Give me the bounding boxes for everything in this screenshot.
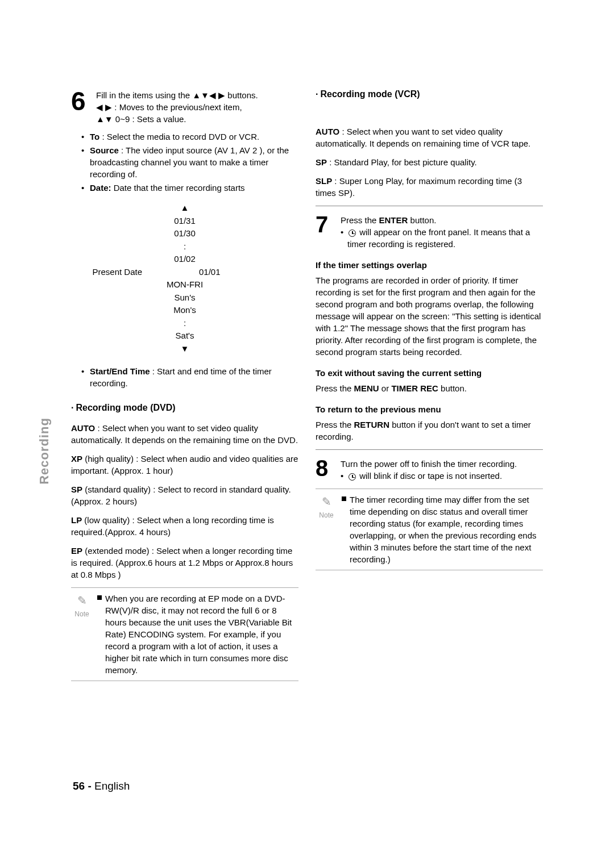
label: AUTO [316, 127, 339, 136]
return-text: Press the RETURN button if you don't wan… [316, 419, 543, 443]
note-box-right: ✎ Note The timer recording time may diff… [316, 489, 543, 570]
arrows-icon: ▲▼ [96, 114, 113, 124]
note-text: When you are recording at EP mode on a D… [105, 592, 298, 676]
text: : Select the media to record DVD or VCR. [99, 132, 259, 141]
date-value: Sat's [71, 329, 298, 343]
step-7: 7 Press the ENTER button. • will appear … [316, 213, 543, 250]
ellipsis: : [71, 240, 298, 253]
label: LP [71, 515, 82, 525]
label: Start/End Time [90, 366, 150, 376]
label: EP [71, 546, 82, 556]
label: SP [71, 485, 82, 494]
dvd-mode-title: ·Recording mode (DVD) [71, 402, 298, 414]
bullet-source: •Source : The video input source (AV 1, … [81, 144, 298, 180]
text: buttons. [225, 90, 258, 100]
date-value: 01/02 [71, 253, 298, 266]
label: SLP [316, 176, 332, 186]
text: Press the [341, 215, 379, 225]
clock-icon [349, 229, 356, 237]
vcr-sp: SP : Standard Play, for best picture qua… [316, 156, 543, 168]
paren: (standard quality) : [82, 485, 155, 494]
date-value: Sun's [71, 291, 298, 304]
ellipsis: : [71, 317, 298, 330]
bullet-date: •Date: Date that the timer recording sta… [81, 182, 298, 194]
exit-text: Press the MENU or TIMER REC button. [316, 382, 543, 394]
divider [316, 449, 543, 450]
right-column: ·Recording mode (VCR) AUTO : Select when… [316, 88, 543, 681]
paren: (extended mode) : [82, 546, 154, 556]
label: SP [316, 157, 327, 167]
label: Source [90, 145, 119, 155]
text: will blink if disc or tape is not insert… [357, 471, 502, 481]
text: : Standard Play, for best picture qualit… [327, 157, 477, 167]
arrows-icon: ▲▼◀ ▶ [192, 90, 225, 100]
step-7-body: Press the ENTER button. • will appear on… [341, 213, 543, 250]
text: : Super Long Play, for maximum recording… [316, 176, 522, 198]
down-arrow-icon: ▼ [71, 343, 298, 356]
dvd-xp: XP (high quality) : Select when audio an… [71, 453, 298, 477]
paren: (high quality) : [82, 454, 138, 464]
date-value: MON-FRI [71, 278, 298, 291]
label: Date: [90, 183, 111, 193]
step-8: 8 Turn the power off to finish the timer… [316, 457, 543, 482]
date-value: 01/01 [199, 267, 221, 277]
label: XP [71, 454, 82, 464]
square-bullet-icon [342, 496, 346, 501]
dvd-sp: SP (standard quality) : Select to record… [71, 483, 298, 507]
step-number-6: 6 [71, 88, 92, 125]
text: : Select when you want to set video qual… [71, 423, 298, 445]
overlap-title: If the timer settings overlap [316, 259, 543, 271]
vcr-mode-title: ·Recording mode (VCR) [316, 88, 543, 101]
text: : The video input source (AV 1, AV 2 ), … [90, 145, 289, 179]
step-number-8: 8 [316, 457, 336, 482]
arrows-icon: ◀ ▶ [96, 102, 112, 112]
overlap-text: The programs are recorded in order of pr… [316, 274, 543, 358]
dvd-auto: AUTO : Select when you want to set video… [71, 422, 298, 446]
dvd-ep: EP (extended mode) : Select when a longe… [71, 545, 298, 581]
text: Turn the power off to finish the timer r… [341, 458, 543, 470]
note-text: The timer recording time may differ from… [350, 494, 543, 565]
text: : Moves to the previous/next item, [112, 102, 242, 112]
dvd-lp: LP (low quality) : Select when a long re… [71, 514, 298, 538]
text: Date that the timer recording starts [111, 183, 245, 193]
bullet-start-end: •Start/End Time : Start and end time of … [81, 365, 298, 389]
label: AUTO [71, 423, 95, 433]
text: : Select when you want to set video qual… [316, 127, 530, 148]
square-bullet-icon [97, 595, 102, 600]
vcr-auto: AUTO : Select when you want to set video… [316, 126, 543, 149]
text: button. [408, 215, 436, 225]
return-title: To return to the previous menu [316, 403, 543, 415]
text: 0~9 : Sets a value. [113, 114, 186, 124]
note-icon: ✎ Note [316, 494, 337, 565]
up-arrow-icon: ▲ [71, 202, 298, 215]
note-icon: ✎ Note [71, 592, 93, 676]
divider [316, 206, 543, 206]
side-tab-recording: Recording [36, 418, 53, 485]
text: Fill in the items using the [96, 90, 192, 100]
vcr-slp: SLP : Super Long Play, for maximum recor… [316, 175, 543, 199]
clock-icon [349, 473, 356, 481]
date-value: 01/30 [71, 227, 298, 240]
bullet-to: •To : Select the media to record DVD or … [81, 131, 298, 143]
step-6-body: Fill in the items using the ▲▼◀ ▶ button… [96, 88, 298, 125]
date-value: Mon's [71, 304, 298, 317]
enter-label: ENTER [379, 215, 408, 225]
note-box-left: ✎ Note When you are recording at EP mode… [71, 587, 298, 681]
paren: (low quality) : [82, 515, 135, 525]
label: To [90, 132, 99, 141]
page-content: 6 Fill in the items using the ▲▼◀ ▶ butt… [0, 0, 614, 681]
date-value: 01/31 [71, 215, 298, 228]
exit-title: To exit without saving the current setti… [316, 367, 543, 379]
present-date-label: Present Date [92, 266, 142, 279]
text: will appear on the front panel. It means… [347, 227, 530, 249]
step-6: 6 Fill in the items using the ▲▼◀ ▶ butt… [71, 88, 298, 125]
date-scroll-list: ▲ 01/31 01/30 : 01/02 Present Date01/01 … [71, 202, 298, 355]
step-8-body: Turn the power off to finish the timer r… [341, 457, 543, 482]
step-number-7: 7 [316, 213, 336, 250]
left-column: 6 Fill in the items using the ▲▼◀ ▶ butt… [71, 88, 298, 681]
page-number: 56 - English [73, 779, 130, 794]
